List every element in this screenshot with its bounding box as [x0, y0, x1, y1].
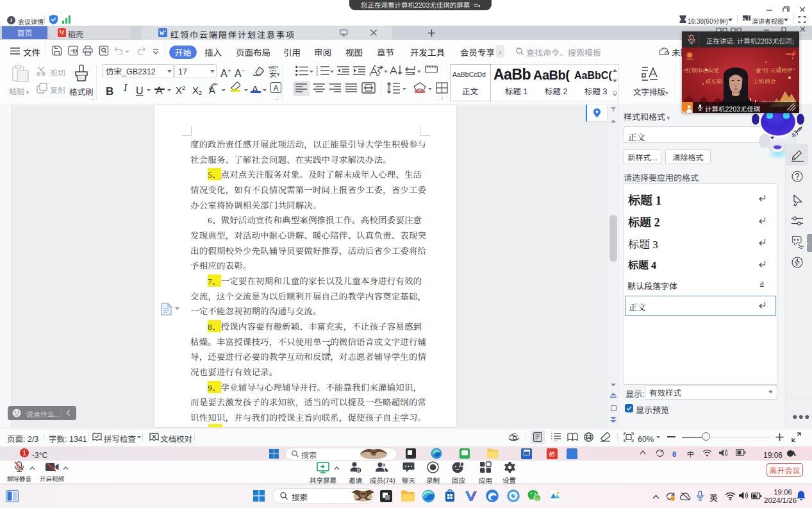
svg-text:3: 3 [316, 73, 319, 76]
